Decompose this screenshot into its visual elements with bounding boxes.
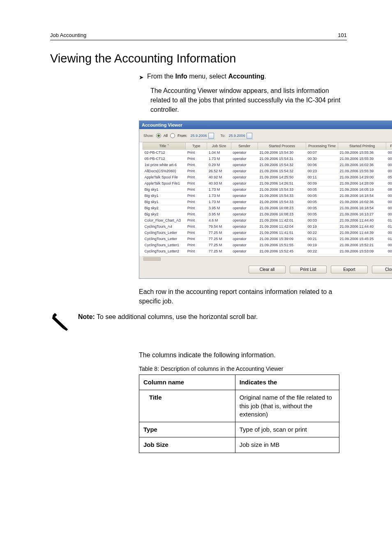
col-sender[interactable]: Sender — [231, 142, 258, 149]
desc-col-indicates: Indicates the — [235, 375, 339, 390]
running-head-page: 101 — [338, 32, 347, 38]
grid-cell: 00:19 — [386, 155, 392, 162]
grid-cell: Print — [186, 205, 207, 211]
col-title[interactable]: Title ˅ — [143, 142, 186, 149]
grid-cell: 77.25 M — [207, 236, 231, 242]
grid-cell: operator — [231, 229, 258, 236]
grid-cell: 21.09.2006 15:55:39 — [338, 168, 386, 174]
grid-cell: 00:09 — [306, 180, 338, 186]
table-row[interactable]: CyclingTours_A4Print79.54 Moperator21.09… — [143, 223, 392, 229]
grid-cell: 00:35 — [386, 248, 392, 254]
table-row[interactable]: Big sky2Print3.95 Moperator21.09.2006 16… — [143, 205, 392, 211]
grid-cell: Print — [186, 242, 207, 248]
col-processing-time[interactable]: Processing Time — [306, 142, 338, 149]
table-row[interactable]: 05-PB-CT12Print1.73 Moperator21.09.2006 … — [143, 155, 392, 162]
grid-cell: AppleTalk Spool File — [143, 174, 186, 180]
page-title: Viewing the Accounting Information — [50, 52, 347, 65]
grid-cell: 40.93 M — [207, 180, 231, 186]
radio-all[interactable] — [156, 133, 161, 138]
table-row[interactable]: CyclingTours_LetterPrint77.25 Moperator2… — [143, 236, 392, 242]
print-list-button[interactable]: Print List — [290, 266, 327, 273]
to-date-value: 25.9.2006 — [229, 134, 245, 138]
table-row[interactable]: AllDocs(CS%2060)Print26.52 Moperator21.0… — [143, 168, 392, 174]
window-titlebar: Accounting Viewer × — [139, 121, 392, 129]
grid-cell: 21.09.2006 15:54:31 — [258, 155, 306, 162]
table-row[interactable]: CyclingTours_LetterPrint77.25 Moperator2… — [143, 229, 392, 236]
grid-cell: operator — [231, 205, 258, 211]
export-button[interactable]: Export — [331, 266, 368, 273]
table-row[interactable]: Color_Flow_Chart_A3Print4.6 Moperator21.… — [143, 217, 392, 223]
grid-cell: 01:40 — [386, 236, 392, 242]
clear-all-button[interactable]: Clear all — [249, 266, 286, 273]
horizontal-scrollbar[interactable] — [143, 256, 392, 261]
grid-cell: 05-PB-CT12 — [143, 155, 186, 162]
grid-cell: 00:18 — [386, 162, 392, 168]
grid-cell: 21.09.2006 11:44:40 — [338, 217, 386, 223]
grid-cell: 21.09.2006 14:25:50 — [258, 174, 306, 180]
grid-cell: 00:20 — [386, 199, 392, 205]
col-type[interactable]: Type — [186, 142, 207, 149]
bullet-bold-info: Info — [175, 73, 187, 80]
bullet-bold-accounting: Accounting — [228, 73, 264, 80]
table-row[interactable]: Big sky1Print1.73 Moperator21.09.2006 15… — [143, 199, 392, 205]
grid-cell: 00:05 — [306, 186, 338, 192]
grid-cell: Big sky1 — [143, 192, 186, 199]
grid-cell: CyclingTours_Letter — [143, 236, 186, 242]
grid-cell: 21.09.2006 16:05:19 — [338, 186, 386, 192]
grid-cell: 02-PB-CT12 — [143, 149, 186, 155]
close-button[interactable]: Close — [372, 266, 392, 273]
grid-cell: 21.09.2006 15:52:21 — [338, 242, 386, 248]
grid-cell: 21.09.2006 16:08:23 — [258, 205, 306, 211]
grid-cell: operator — [231, 174, 258, 180]
grid-cell: Big sky1 — [143, 186, 186, 192]
col-jobsize[interactable]: Job Size — [207, 142, 231, 149]
grid-cell: Print — [186, 229, 207, 236]
grid-cell: 21.09.2006 11:42:04 — [258, 223, 306, 229]
grid-cell: Print — [186, 223, 207, 229]
to-date-field[interactable]: 25.9.2006 — [228, 132, 253, 139]
table-row[interactable]: CyclingTours_Letter1Print77.25 Moperator… — [143, 242, 392, 248]
intro-para: The Accounting Viewer window appears, an… — [150, 86, 344, 115]
radio-from[interactable] — [170, 133, 175, 138]
grid-cell: 00:30 — [306, 155, 338, 162]
from-date-field[interactable]: 25.9.2006 — [190, 132, 215, 139]
grid-cell: 1.04 M — [207, 149, 231, 155]
table-row[interactable]: AppleTalk Spool FilePrint40.92 Moperator… — [143, 174, 392, 180]
grid-cell: 01:00 — [386, 217, 392, 223]
window-buttons: Clear all Print List Export Close — [139, 261, 392, 278]
running-head: Job Accounting 101 — [50, 32, 347, 40]
scrollbar-thumb[interactable] — [143, 257, 161, 261]
table-row[interactable]: 1st prize white art-6Print0.29 Moperator… — [143, 162, 392, 168]
grid-cell: AllDocs(CS%2060) — [143, 168, 186, 174]
calendar-icon[interactable] — [247, 133, 252, 139]
grid-cell: 21.09.2006 15:54:33 — [258, 199, 306, 205]
grid-cell: Big sky2 — [143, 211, 186, 217]
filter-bar: Show: All From: 25.9.2006 To: 25.9.2006 — [139, 129, 392, 142]
table-row[interactable]: Big sky1Print1.73 Moperator21.09.2006 15… — [143, 186, 392, 192]
grid-cell: Print — [186, 155, 207, 162]
grid-cell: 21.09.2006 16:18:54 — [338, 192, 386, 199]
grid-wrap: Title ˅ Type Job Size Sender Started Pro… — [139, 142, 392, 256]
table-row[interactable]: AppleTalk Spool File1Print40.93 Moperato… — [143, 180, 392, 186]
grid-header-row: Title ˅ Type Job Size Sender Started Pro… — [143, 142, 392, 149]
table-row[interactable]: 02-PB-CT12Print1.04 Moperator21.09.2006 … — [143, 149, 392, 155]
grid-cell: 00:21 — [306, 236, 338, 242]
col-started-process[interactable]: Started Process — [258, 142, 306, 149]
table-row[interactable]: Big sky2Print3.95 Moperator21.09.2006 16… — [143, 211, 392, 217]
desc-name-cell: Job Size — [139, 437, 235, 453]
table-row[interactable]: Big sky1Print1.73 Moperator21.09.2006 15… — [143, 192, 392, 199]
grid-cell: 1.73 M — [207, 186, 231, 192]
calendar-icon[interactable] — [208, 133, 214, 139]
grid-cell: 00:26 — [386, 211, 392, 217]
grid-cell: Print — [186, 162, 207, 168]
grid-cell: 00:05 — [306, 205, 338, 211]
grid-cell: Color_Flow_Chart_A3 — [143, 217, 186, 223]
table-row[interactable]: CyclingTours_Letter2Print77.25 Moperator… — [143, 248, 392, 254]
grid-cell: 21.09.2006 16:08:23 — [258, 211, 306, 217]
col-started-printing[interactable]: Started Printing — [338, 142, 386, 149]
accounting-grid: Title ˅ Type Job Size Sender Started Pro… — [143, 142, 392, 254]
grid-cell: 00:34 — [386, 242, 392, 248]
col-printing-ti[interactable]: Printing Ti — [386, 142, 392, 149]
grid-cell: 21.09.2006 15:54:32 — [258, 168, 306, 174]
grid-cell: 21.09.2006 15:45:25 — [338, 236, 386, 242]
